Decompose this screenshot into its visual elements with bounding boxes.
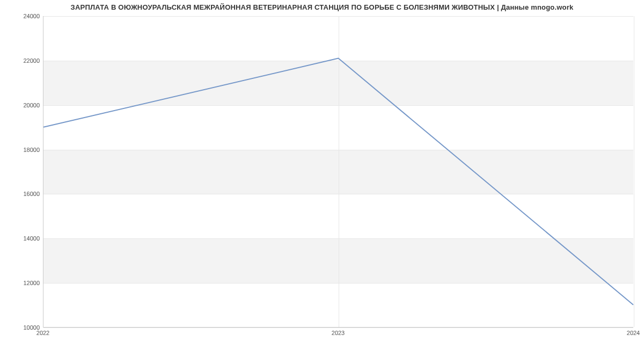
line-series (43, 16, 633, 327)
x-tick-label: 2023 (332, 330, 345, 336)
y-tick-label: 24000 (2, 13, 40, 19)
y-tick-label: 14000 (2, 235, 40, 242)
y-tick-label: 12000 (2, 280, 40, 286)
y-tick-label: 22000 (2, 57, 40, 64)
series-path (43, 59, 633, 305)
x-tick-label: 2024 (627, 330, 640, 336)
chart-title: ЗАРПЛАТА В ОЮЖНОУРАЛЬСКАЯ МЕЖРАЙОННАЯ ВЕ… (0, 3, 644, 11)
y-tick-label: 16000 (2, 191, 40, 197)
y-tick-label: 10000 (2, 324, 40, 331)
gridline-horizontal (43, 328, 633, 328)
plot-area (43, 16, 633, 328)
chart-container: ЗАРПЛАТА В ОЮЖНОУРАЛЬСКАЯ МЕЖРАЙОННАЯ ВЕ… (0, 0, 644, 349)
x-tick-label: 2022 (36, 330, 49, 336)
gridline-vertical (634, 16, 634, 327)
y-tick-label: 18000 (2, 147, 40, 153)
y-tick-label: 20000 (2, 102, 40, 108)
